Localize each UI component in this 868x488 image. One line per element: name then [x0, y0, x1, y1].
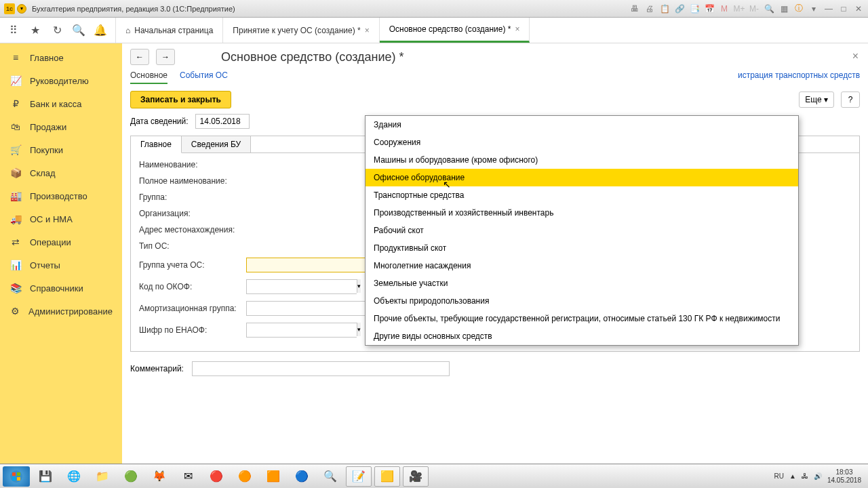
sidebar-item-assets[interactable]: 🚚ОС и НМА — [0, 207, 122, 230]
dropdown-item[interactable]: Другие виды основных средств — [366, 327, 798, 345]
task-recorder[interactable]: 🎥 — [403, 466, 429, 487]
sys-icon[interactable]: 📅 — [704, 3, 715, 14]
sys-icon[interactable]: M- — [749, 3, 760, 14]
dropdown-item[interactable]: Транспортные средства — [366, 186, 798, 204]
subtab-main[interactable]: Основное — [130, 70, 167, 84]
tab-fixed-asset[interactable]: Основное средство (создание) * × — [380, 18, 530, 43]
lang-indicator[interactable]: RU — [774, 472, 784, 480]
app-menu-dropdown[interactable]: ▾ — [17, 4, 26, 14]
info-icon[interactable]: ⓘ — [793, 3, 804, 14]
dropdown-item[interactable]: Продуктивный скот — [366, 239, 798, 257]
task-yandex[interactable]: 🔍 — [317, 466, 343, 487]
window-titlebar: 1c ▾ Бухгалтерия предприятия, редакция 3… — [0, 0, 868, 18]
sidebar-item-manager[interactable]: 📈Руководителю — [0, 69, 122, 92]
task-ie[interactable]: 🌐 — [61, 466, 87, 487]
dropdown-item[interactable]: Прочие объекты, требующие государственно… — [366, 310, 798, 327]
tray-icon[interactable]: 🖧 — [802, 472, 808, 480]
sys-icon[interactable]: M+ — [734, 3, 745, 14]
task-1c[interactable]: 🟨 — [374, 466, 400, 487]
sys-icon[interactable]: 🖨 — [644, 3, 655, 14]
system-tray[interactable]: RU ▲ 🖧 🔊 18:03 14.05.2018 — [770, 468, 865, 485]
okof-combo[interactable] — [246, 279, 357, 294]
sys-icon[interactable]: 📑 — [689, 3, 700, 14]
sys-icon[interactable]: M — [719, 3, 730, 14]
label-org: Организация: — [139, 209, 241, 218]
task-vk[interactable]: 🔵 — [289, 466, 315, 487]
page-close-icon[interactable]: × — [852, 50, 859, 62]
history-icon[interactable]: ↻ — [50, 24, 64, 37]
tray-icon[interactable]: 🔊 — [814, 472, 822, 480]
task-firefox[interactable]: 🦊 — [146, 466, 172, 487]
sys-icon[interactable]: 🖶 — [629, 3, 640, 14]
combo-dropdown-icon[interactable]: ▾ — [357, 279, 361, 293]
task-ok[interactable]: 🟧 — [260, 466, 286, 487]
sidebar-item-operations[interactable]: ⇄Операции — [0, 230, 122, 253]
dropdown-item[interactable]: Рабочий скот — [366, 222, 798, 239]
dropdown-item-highlighted[interactable]: Офисное оборудование — [366, 169, 798, 186]
task-chrome[interactable]: 🟢 — [118, 466, 144, 487]
search-icon[interactable]: 🔍 — [72, 24, 85, 37]
task-notepad[interactable]: 📝 — [346, 466, 372, 487]
taskbar: 💾 🌐 📁 🟢 🦊 ✉ 🔴 🟠 🟧 🔵 🔍 📝 🟨 🎥 RU ▲ 🖧 🔊 18:… — [0, 464, 868, 488]
sidebar-item-admin[interactable]: ⚙Администрирование — [0, 300, 122, 323]
combo-dropdown-icon[interactable]: ▾ — [357, 323, 361, 336]
panel-icon[interactable]: ▦ — [778, 3, 789, 14]
star-icon[interactable]: ★ — [28, 24, 42, 37]
more-button[interactable]: Еще ▾ — [799, 92, 834, 108]
sidebar-item-bank[interactable]: ₽Банк и касса — [0, 92, 122, 115]
save-close-button[interactable]: Записать и закрыть — [130, 91, 231, 108]
sidebar-item-references[interactable]: 📚Справочники — [0, 277, 122, 300]
clock-time: 18:03 — [827, 468, 861, 476]
task-explorer[interactable]: 📁 — [90, 466, 115, 487]
sidebar-item-warehouse[interactable]: 📦Склад — [0, 161, 122, 184]
nav-back-button[interactable]: ← — [130, 49, 149, 65]
apps-icon[interactable]: ⠿ — [7, 24, 20, 37]
tab-home[interactable]: ⌂ Начальная страница — [115, 18, 223, 43]
minitab-main[interactable]: Главное — [131, 136, 182, 153]
maximize-button[interactable]: □ — [838, 3, 849, 14]
task-mailru[interactable]: ✉ — [175, 466, 201, 487]
close-tab-icon[interactable]: × — [515, 24, 519, 34]
sys-icon[interactable]: 🔗 — [674, 3, 685, 14]
dropdown-item[interactable]: Производственный и хозяйственный инвента… — [366, 204, 798, 222]
zoom-icon[interactable]: 🔍 — [764, 3, 774, 14]
close-button[interactable]: ✕ — [853, 3, 864, 14]
start-button[interactable] — [3, 466, 30, 487]
svg-rect-2 — [17, 472, 20, 476]
accgroup-dropdown-list: Здания Сооружения Машины и оборудование … — [365, 115, 799, 346]
sys-dropdown-icon[interactable]: ▾ — [808, 3, 819, 14]
sub-tabs: Основное События ОС истрация транспортны… — [122, 65, 868, 84]
dropdown-item[interactable]: Машины и оборудование (кроме офисного) — [366, 151, 798, 169]
sidebar-item-production[interactable]: 🏭Производство — [0, 184, 122, 207]
clock[interactable]: 18:03 14.05.2018 — [827, 468, 861, 485]
tray-icon[interactable]: ▲ — [789, 472, 796, 480]
help-button[interactable]: ? — [841, 92, 860, 108]
minimize-button[interactable]: — — [823, 3, 834, 14]
enaof-combo[interactable] — [246, 323, 357, 338]
svg-rect-3 — [12, 477, 16, 481]
nav-forward-button[interactable]: → — [156, 49, 175, 65]
label-accgroup: Группа учета ОС: — [139, 260, 241, 270]
dropdown-item[interactable]: Объекты природопользования — [366, 292, 798, 310]
tab-accept-asset[interactable]: Принятие к учету ОС (создание) * × — [223, 18, 379, 43]
dropdown-item[interactable]: Многолетние насаждения — [366, 257, 798, 274]
minitab-bu[interactable]: Сведения БУ — [182, 136, 251, 152]
comment-field[interactable] — [192, 361, 450, 376]
label-group: Группа: — [139, 192, 241, 202]
sidebar-item-main[interactable]: ≡Главное — [0, 46, 122, 69]
task-totalcmd[interactable]: 💾 — [33, 466, 58, 487]
bell-icon[interactable]: 🔔 — [94, 24, 107, 37]
sidebar-item-sales[interactable]: 🛍Продажи — [0, 115, 122, 138]
close-tab-icon[interactable]: × — [365, 26, 370, 35]
sys-icon[interactable]: 📋 — [659, 3, 670, 14]
sidebar-item-purchases[interactable]: 🛒Покупки — [0, 138, 122, 161]
task-opera[interactable]: 🔴 — [203, 466, 229, 487]
dropdown-item[interactable]: Земельные участки — [366, 274, 798, 292]
sidebar-item-reports[interactable]: 📊Отчеты — [0, 253, 122, 277]
subtab-events[interactable]: События ОС — [180, 70, 228, 84]
dropdown-item[interactable]: Здания — [366, 116, 798, 134]
task-app[interactable]: 🟠 — [232, 466, 258, 487]
dropdown-item[interactable]: Сооружения — [366, 134, 798, 151]
date-field[interactable] — [195, 114, 250, 129]
vehicle-reg-link[interactable]: истрация транспортных средств — [738, 70, 860, 84]
